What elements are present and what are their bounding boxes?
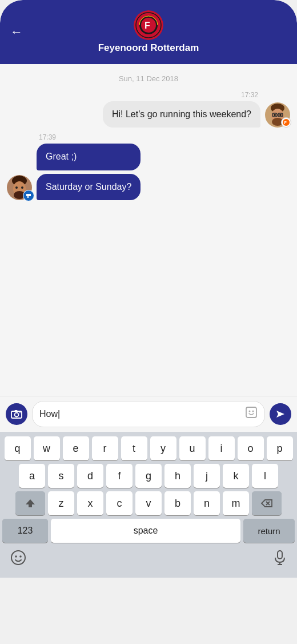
camera-icon [11, 410, 22, 419]
key-s[interactable]: s [48, 464, 74, 488]
avatar-badge-sent [23, 190, 34, 201]
svg-rect-26 [15, 410, 18, 412]
svg-point-36 [11, 551, 25, 565]
key-p[interactable]: p [267, 436, 293, 460]
key-a[interactable]: a [19, 464, 45, 488]
numbers-key[interactable]: 123 [2, 519, 48, 543]
key-d[interactable]: d [77, 464, 103, 488]
bubble-saturday: Saturday or Sunday? [37, 174, 141, 200]
key-y[interactable]: y [150, 436, 176, 460]
key-m[interactable]: m [223, 491, 249, 515]
key-i[interactable]: i [208, 436, 235, 460]
svg-point-20 [15, 186, 18, 189]
key-h[interactable]: h [164, 464, 191, 488]
svg-point-10 [279, 114, 282, 116]
keyboard-row-3: z x c v b n m [2, 491, 295, 515]
key-v[interactable]: v [135, 491, 162, 515]
svg-point-38 [19, 555, 22, 558]
key-o[interactable]: o [238, 436, 264, 460]
key-l[interactable]: l [252, 464, 278, 488]
message-input[interactable] [39, 409, 240, 419]
club-logo: F [134, 10, 163, 40]
send-button[interactable] [270, 403, 291, 425]
avatar-badge-received: F [281, 117, 291, 128]
keyboard-row-1: q w e r t y u i o p [2, 436, 295, 460]
message-row-received: Hi! Let's go running this weekend? [7, 101, 290, 128]
key-f[interactable]: f [106, 464, 133, 488]
key-j[interactable]: j [194, 464, 220, 488]
key-c[interactable]: c [106, 491, 133, 515]
key-e[interactable]: e [63, 436, 89, 460]
backspace-icon [260, 499, 273, 508]
key-r[interactable]: r [92, 436, 118, 460]
date-label: Sun, 11 Dec 2018 [7, 74, 290, 83]
emoji-picker-icon [10, 550, 26, 566]
keyboard: q w e r t y u i o p a s d f g h j k l z … [0, 432, 297, 578]
svg-text:F: F [284, 121, 287, 125]
svg-rect-28 [246, 407, 256, 418]
text-input-wrap [32, 401, 265, 427]
avatar-received: F [265, 102, 290, 128]
svg-marker-31 [276, 411, 284, 418]
svg-rect-39 [278, 551, 282, 559]
avatar-sent [7, 175, 32, 200]
camera-button[interactable] [6, 403, 27, 425]
emoji-button[interactable] [245, 406, 258, 422]
key-u[interactable]: u [179, 436, 206, 460]
bubble-great: Great ;) [37, 144, 141, 170]
header: ← F Feyenoord Rotterdam [0, 0, 297, 64]
key-k[interactable]: k [223, 464, 249, 488]
message-row-sent: Great ;) Saturday or Sunday? [7, 144, 290, 200]
shift-key[interactable] [15, 491, 45, 515]
key-q[interactable]: q [5, 436, 31, 460]
svg-marker-33 [262, 500, 272, 507]
key-w[interactable]: w [34, 436, 60, 460]
chat-area: Sun, 11 Dec 2018 17:32 Hi! Let's go runn… [0, 64, 297, 396]
keyboard-bottom-bar [2, 546, 295, 575]
svg-point-9 [274, 114, 276, 116]
message-time-sent: 17:39 [39, 133, 290, 141]
svg-point-37 [15, 555, 17, 558]
svg-point-25 [15, 413, 19, 417]
svg-point-30 [252, 411, 254, 412]
space-key[interactable]: space [51, 519, 240, 543]
svg-text:F: F [145, 21, 150, 30]
emoji-picker-button[interactable] [10, 550, 26, 570]
key-z[interactable]: z [48, 491, 74, 515]
return-key[interactable]: return [243, 519, 295, 543]
svg-point-27 [19, 412, 21, 414]
keyboard-row-2: a s d f g h j k l [2, 464, 295, 488]
shift-icon [25, 498, 36, 509]
key-g[interactable]: g [135, 464, 162, 488]
microphone-button[interactable] [273, 550, 287, 570]
svg-marker-32 [26, 499, 35, 507]
message-time-received: 17:32 [7, 91, 258, 99]
svg-point-29 [249, 411, 251, 412]
backspace-key[interactable] [252, 491, 282, 515]
svg-point-21 [21, 186, 23, 189]
key-b[interactable]: b [164, 491, 191, 515]
send-icon [275, 410, 286, 419]
key-t[interactable]: t [121, 436, 147, 460]
microphone-icon [273, 550, 287, 566]
chat-title: Feyenoord Rotterdam [98, 42, 199, 54]
back-button[interactable]: ← [10, 25, 23, 39]
smiley-icon [245, 406, 258, 419]
key-x[interactable]: x [77, 491, 103, 515]
key-n[interactable]: n [194, 491, 220, 515]
bubble-received: Hi! Let's go running this weekend? [103, 101, 260, 128]
header-center: F Feyenoord Rotterdam [98, 10, 199, 54]
input-bar [0, 396, 297, 432]
keyboard-row-4: 123 space return [2, 519, 295, 543]
sent-bubbles: Great ;) Saturday or Sunday? [37, 144, 141, 200]
